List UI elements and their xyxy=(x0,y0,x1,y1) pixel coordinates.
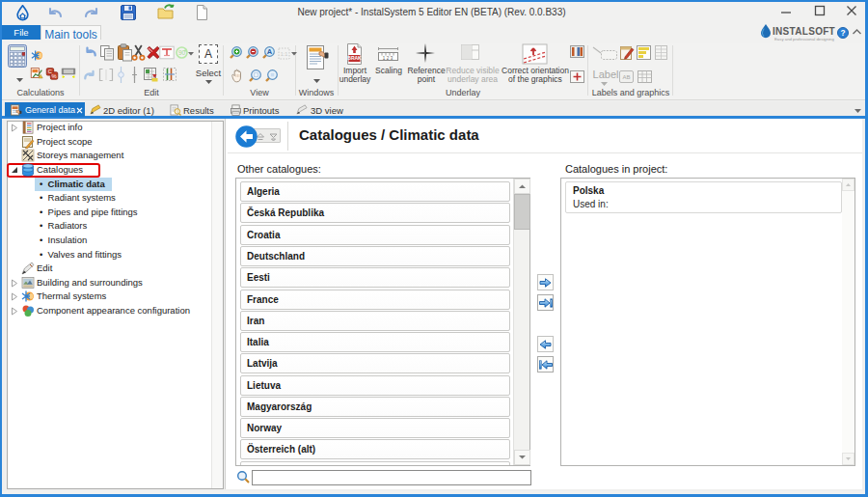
svg-text:1:1: 1:1 xyxy=(281,51,288,57)
svg-text:A: A xyxy=(267,47,273,56)
svg-text:BRAK: BRAK xyxy=(347,55,362,61)
svg-text:%: % xyxy=(51,73,56,79)
svg-text:?: ? xyxy=(840,28,845,38)
svg-text:AB: AB xyxy=(622,74,630,80)
svg-text:90: 90 xyxy=(178,49,186,56)
